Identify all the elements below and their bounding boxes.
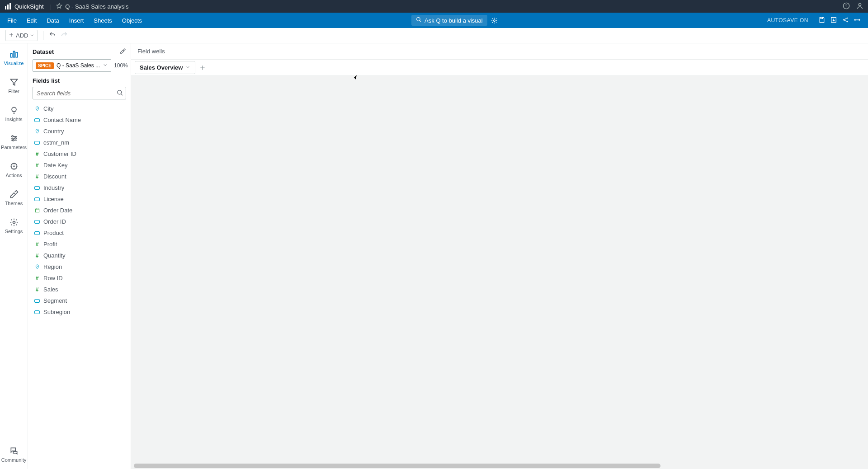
horizontal-scrollbar[interactable] [134,464,865,468]
canvas-body[interactable] [131,76,868,469]
svg-rect-16 [16,52,17,57]
scrollbar-thumb[interactable] [134,464,660,468]
field-name: Contact Name [43,117,81,123]
field-item[interactable]: #Quantity [33,250,126,261]
field-name: Date Key [43,162,67,169]
ask-q-button[interactable]: Ask Q to build a visual [411,15,487,26]
ask-q-settings-icon[interactable] [491,17,498,24]
save-icon[interactable] [818,16,826,25]
redo-button[interactable] [61,31,68,40]
add-button[interactable]: ADD [5,30,38,41]
sheet-tab-sales-overview[interactable]: Sales Overview [135,61,195,74]
share-icon[interactable] [842,16,849,25]
import-percent: 100% [114,62,128,69]
plus-icon [9,32,14,39]
field-item[interactable]: #Date Key [33,159,126,171]
field-name: License [43,196,64,202]
field-item[interactable]: #Profit [33,239,126,250]
field-type-icon [34,106,40,112]
menu-data[interactable]: Data [47,17,59,24]
field-item[interactable]: Subregion [33,306,126,318]
svg-point-18 [12,136,13,137]
field-name: cstmr_nm [43,139,69,146]
field-item[interactable]: Order Date [33,205,126,216]
menu-insert[interactable]: Insert [69,17,84,24]
field-type-icon: # [34,275,40,281]
field-item[interactable]: #Customer ID [33,148,126,159]
analysis-title: Q - SaaS Sales analysis [65,3,128,10]
rail-visualize[interactable]: Visualize [0,48,28,68]
rail-settings[interactable]: Settings [0,216,28,236]
field-type-icon [34,186,40,190]
export-icon[interactable] [830,16,837,25]
rail-insights[interactable]: Insights [0,104,28,124]
user-icon[interactable] [856,2,863,11]
field-name: City [43,105,53,112]
field-item[interactable]: Contact Name [33,114,126,126]
fit-width-icon[interactable] [854,16,861,25]
field-item[interactable]: #Row ID [33,272,126,284]
data-panel: Dataset SPICE Q - SaaS Sales ... 100% Fi… [28,43,131,469]
field-wells-bar[interactable]: Field wells [131,43,868,60]
field-item[interactable]: City [33,103,126,114]
field-item[interactable]: Country [33,126,126,137]
field-item[interactable]: License [33,193,126,205]
dataset-dropdown[interactable]: SPICE Q - SaaS Sales ... [33,59,111,72]
rail-filter[interactable]: Filter [0,76,28,96]
field-item[interactable]: #Discount [33,171,126,182]
search-icon [416,17,422,24]
chevron-down-icon [30,32,34,39]
canvas: Field wells Sales Overview [131,43,868,469]
svg-point-13 [847,21,848,22]
rail-visualize-label: Visualize [4,61,24,66]
field-type-icon [34,118,40,122]
field-wells-label: Field wells [137,48,165,55]
dataset-name: Q - SaaS Sales ... [57,62,100,69]
rail-themes[interactable]: Themes [0,188,28,208]
field-item[interactable]: Industry [33,182,126,193]
rail-community[interactable]: Community [0,445,28,464]
menubar-center: Ask Q to build a visual [411,15,498,26]
field-item[interactable]: Order ID [33,216,126,227]
menubar-right: AUTOSAVE ON [767,16,861,25]
field-type-icon: # [34,174,40,180]
svg-line-7 [420,20,421,22]
fields-search-input[interactable] [33,87,126,99]
edit-dataset-icon[interactable] [120,48,126,56]
svg-rect-9 [821,17,822,19]
svg-point-22 [13,165,14,167]
add-sheet-button[interactable] [197,62,208,73]
field-name: Discount [43,173,66,180]
field-name: Order Date [43,207,72,214]
chevron-down-icon [103,62,108,69]
field-name: Product [43,230,64,236]
app-logo-area: QuickSight [5,3,44,10]
field-name: Industry [43,184,64,191]
field-item[interactable]: Region [33,261,126,272]
menu-objects[interactable]: Objects [122,17,142,24]
field-name: Subregion [43,309,70,315]
field-type-icon [34,231,40,235]
field-name: Country [43,128,64,135]
svg-point-20 [12,140,14,141]
help-icon[interactable]: ? [843,2,850,11]
undo-button[interactable] [49,31,56,40]
svg-rect-32 [35,209,39,212]
favorite-star-icon[interactable] [56,3,62,10]
field-item[interactable]: Segment [33,295,126,306]
rail-settings-label: Settings [5,229,23,234]
menu-edit[interactable]: Edit [27,17,37,24]
main-area: Visualize Filter Insights Parameters Act… [0,43,868,469]
autosave-status: AUTOSAVE ON [767,17,808,23]
field-item[interactable]: cstmr_nm [33,137,126,148]
rail-parameters[interactable]: Parameters [0,132,28,152]
menu-file[interactable]: File [7,17,17,24]
field-name: Region [43,263,62,270]
field-item[interactable]: Product [33,227,126,239]
rail-actions[interactable]: Actions [0,160,28,180]
field-item[interactable]: #Sales [33,284,126,295]
ask-q-label: Ask Q to build a visual [425,17,483,24]
undo-redo-group [49,31,68,40]
menu-sheets[interactable]: Sheets [94,17,112,24]
svg-point-12 [847,17,848,19]
